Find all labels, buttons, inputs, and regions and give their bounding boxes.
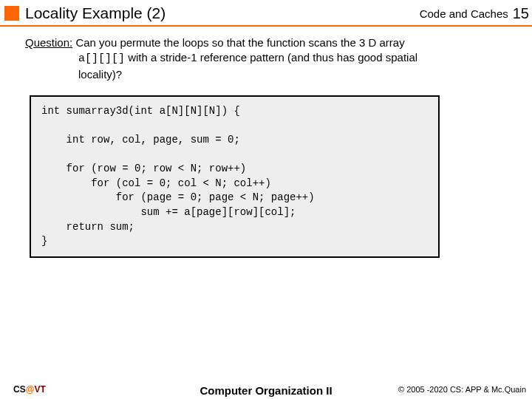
slide-footer: CS@VT Computer Organization II © 2005 -2…: [0, 384, 532, 395]
footer-at: @: [26, 384, 35, 395]
footer-right: © 2005 -2020 CS: APP & Mc.Quain: [398, 385, 526, 394]
slide-title: Locality Example (2): [25, 4, 420, 22]
slide-content: Question: Can you permute the loops so t…: [0, 27, 532, 258]
footer-left: CS@VT: [13, 384, 46, 395]
section-label: Code and Caches: [420, 7, 508, 20]
question-line1: Can you permute the loops so that the fu…: [72, 36, 404, 49]
footer-cs: CS: [13, 384, 26, 395]
question-line3: locality)?: [78, 68, 122, 81]
question-line2-wrap: a[][][] with a stride-1 reference patter…: [78, 51, 417, 64]
footer-vt: VT: [34, 384, 45, 395]
question-code-inline: a[][][]: [78, 52, 125, 65]
question-block: Question: Can you permute the loops so t…: [25, 35, 510, 82]
footer-center: Computer Organization II: [200, 384, 332, 397]
code-block: int sumarray3d(int a[N][N][N]) { int row…: [30, 95, 440, 258]
accent-square-icon: [4, 6, 19, 21]
slide-number: 15: [513, 5, 529, 22]
question-label: Question:: [25, 36, 72, 49]
slide-header: Locality Example (2) Code and Caches 15: [0, 0, 532, 25]
question-line2-rest: with a stride-1 reference pattern (and t…: [125, 51, 417, 64]
